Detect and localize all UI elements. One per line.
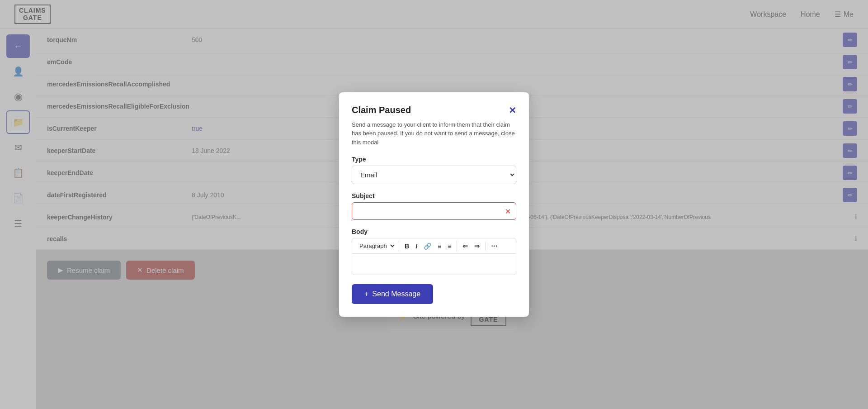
outdent-icon: ⇐ bbox=[462, 243, 468, 250]
subject-clear-button[interactable]: ✕ bbox=[505, 207, 511, 215]
subject-input[interactable] bbox=[352, 202, 516, 220]
modal-title: Claim Paused bbox=[352, 105, 411, 115]
subject-input-wrapper: ✕ bbox=[352, 202, 516, 220]
send-message-button[interactable]: + Send Message bbox=[352, 284, 433, 304]
modal-description: Send a message to your client to inform … bbox=[352, 120, 516, 147]
modal-overlay: Claim Paused ✕ Send a message to your cl… bbox=[0, 0, 868, 409]
unordered-list-button[interactable]: ≡ bbox=[435, 242, 444, 251]
ordered-list-button[interactable]: ≡ bbox=[445, 242, 454, 251]
modal-close-button[interactable]: ✕ bbox=[509, 105, 516, 116]
link-icon: 🔗 bbox=[424, 243, 431, 250]
type-select[interactable]: Email SMS Letter bbox=[352, 166, 516, 184]
modal-header: Claim Paused ✕ bbox=[352, 105, 516, 116]
italic-icon: I bbox=[415, 243, 417, 250]
indent-icon: ⇒ bbox=[474, 243, 480, 250]
paragraph-select[interactable]: Paragraph bbox=[356, 241, 396, 251]
claim-paused-modal: Claim Paused ✕ Send a message to your cl… bbox=[339, 92, 529, 317]
unordered-list-icon: ≡ bbox=[438, 243, 441, 250]
italic-button[interactable]: I bbox=[413, 242, 420, 251]
toolbar-separator bbox=[485, 242, 486, 251]
toolbar-separator bbox=[399, 242, 399, 251]
toolbar-separator bbox=[457, 242, 457, 251]
bold-icon: B bbox=[405, 243, 409, 250]
plus-icon: + bbox=[364, 290, 368, 298]
subject-label: Subject bbox=[352, 192, 516, 200]
bold-button[interactable]: B bbox=[402, 242, 412, 251]
clear-icon: ✕ bbox=[505, 207, 511, 215]
ordered-list-icon: ≡ bbox=[448, 243, 451, 250]
body-label: Body bbox=[352, 228, 516, 235]
indent-button[interactable]: ⇒ bbox=[472, 242, 482, 251]
close-icon: ✕ bbox=[509, 105, 516, 115]
body-editor[interactable] bbox=[352, 253, 516, 275]
more-options-button[interactable]: ⋯ bbox=[488, 242, 500, 251]
type-label: Type bbox=[352, 156, 516, 163]
link-button[interactable]: 🔗 bbox=[421, 242, 434, 251]
send-label: Send Message bbox=[372, 290, 420, 298]
rich-text-toolbar: Paragraph B I 🔗 ≡ ≡ ⇐ ⇒ bbox=[352, 238, 516, 253]
more-icon: ⋯ bbox=[491, 243, 497, 250]
outdent-button[interactable]: ⇐ bbox=[460, 242, 471, 251]
